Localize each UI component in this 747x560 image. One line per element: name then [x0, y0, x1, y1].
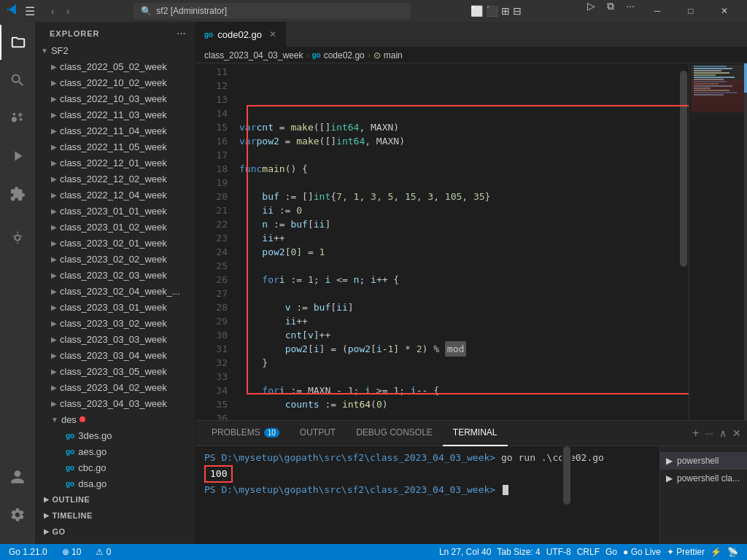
accounts-icon[interactable]	[0, 459, 35, 494]
sidebar-item-12[interactable]: ▶class_2023_02_02_week	[35, 251, 195, 267]
terminal-tab[interactable]: TERMINAL	[443, 421, 508, 446]
more-actions-icon[interactable]: ···	[620, 0, 640, 22]
shell-item-1[interactable]: ▶ powershell	[660, 452, 747, 470]
code-scrollbar-thumb[interactable]	[680, 71, 687, 267]
code-content[interactable]: var cnt = make([]int64, MAXN)var pow2 = …	[233, 63, 689, 420]
status-cursor[interactable]: Ln 27, Col 40	[436, 547, 494, 557]
line-ending-label: CRLF	[577, 547, 600, 557]
sidebar-item-15[interactable]: ▶class_2023_03_01_week	[35, 299, 195, 315]
sidebar-more-icon[interactable]: ···	[177, 29, 186, 38]
sidebar-item-1[interactable]: ▶class_2022_10_02_week	[35, 74, 195, 90]
folder-arrow-2: ▶	[51, 95, 57, 103]
terminal-label: TERMINAL	[453, 427, 498, 438]
sidebar-item-13[interactable]: ▶class_2023_02_03_week	[35, 267, 195, 283]
close-button[interactable]: ✕	[708, 0, 741, 22]
search-bar[interactable]: 🔍 sf2 [Administrator]	[133, 3, 411, 19]
layout-icon-4[interactable]: ⊟	[513, 5, 522, 17]
layout-icon-3[interactable]: ⊞	[501, 5, 510, 17]
sidebar-item-10[interactable]: ▶class_2023_01_02_week	[35, 219, 195, 235]
sidebar-item-18[interactable]: ▶class_2023_03_04_week	[35, 347, 195, 363]
breadcrumb-folder[interactable]: class_2023_04_03_week	[204, 50, 303, 61]
terminal-content[interactable]: PS D:\mysetup\gopath\src\sf2\class_2023_…	[196, 446, 659, 544]
sidebar-item-2[interactable]: ▶class_2022_10_03_week	[35, 90, 195, 106]
sidebar-item-20[interactable]: ▶class_2023_04_02_week	[35, 379, 195, 395]
sidebar-item-7[interactable]: ▶class_2022_12_02_week	[35, 171, 195, 187]
sidebar-item-4[interactable]: ▶class_2022_11_04_week	[35, 122, 195, 139]
sidebar-item-3[interactable]: ▶class_2022_11_03_week	[35, 106, 195, 122]
panel-close-icon[interactable]: ✕	[732, 427, 741, 439]
problems-tab[interactable]: PROBLEMS 10	[201, 421, 290, 446]
sidebar-file-cbc.go[interactable]: gocbc.go	[35, 459, 195, 475]
sidebar-item-5[interactable]: ▶class_2022_11_05_week	[35, 139, 195, 155]
minimize-button[interactable]: ─	[640, 0, 674, 22]
status-encoding[interactable]: UTF-8	[543, 547, 574, 557]
output-tab[interactable]: OUTPUT	[290, 421, 346, 446]
tab-close-icon[interactable]: ✕	[269, 29, 276, 39]
panel-more-icon[interactable]: ···	[705, 427, 713, 439]
search-icon[interactable]	[0, 63, 35, 98]
minimap[interactable]	[689, 63, 747, 420]
outline-section[interactable]: ▶ OUTLINE	[35, 491, 195, 508]
panel-add-icon[interactable]: +	[692, 427, 699, 440]
timeline-section[interactable]: ▶ TIMELINE	[35, 508, 195, 524]
test-icon[interactable]	[0, 220, 35, 255]
sidebar-item-0[interactable]: ▶class_2022_05_02_week	[35, 58, 195, 74]
maximize-button[interactable]: □	[674, 0, 708, 22]
breadcrumb-file[interactable]: code02.go	[324, 50, 365, 61]
status-errors[interactable]: ⊗ 10	[59, 547, 85, 557]
status-go-live[interactable]: ● Go Live	[620, 547, 664, 557]
sidebar-item-14[interactable]: ▶class_2023_02_04_week_...	[35, 283, 195, 299]
status-warnings[interactable]: ⚠ 0	[93, 547, 114, 557]
folder-arrow-12: ▶	[51, 255, 57, 263]
split-editor-icon[interactable]: ⧉	[601, 0, 620, 22]
status-go-version[interactable]: Go 1.21.0	[6, 547, 50, 557]
sidebar-item-6[interactable]: ▶class_2022_12_01_week	[35, 155, 195, 171]
breadcrumb-symbol[interactable]: main	[384, 50, 403, 61]
run-debug-icon[interactable]	[0, 139, 35, 174]
terminal-scrollbar[interactable]	[562, 446, 572, 544]
status-language[interactable]: Go	[603, 547, 620, 557]
terminal-line-3: PS D:\mysetup\gopath\src\sf2\class_2023_…	[204, 483, 651, 497]
sidebar-file-aes.go[interactable]: goaes.go	[35, 443, 195, 459]
sidebar-item-21[interactable]: ▶class_2023_04_03_week	[35, 395, 195, 411]
timeline-arrow: ▶	[44, 512, 50, 519]
source-control-icon[interactable]	[0, 101, 35, 136]
folder-label-12: class_2023_02_02_week	[60, 254, 167, 265]
code-editor[interactable]: 1112131415161718192021222324252627282930…	[196, 63, 747, 420]
go-section[interactable]: ▶ GO	[35, 524, 195, 540]
status-tab-size[interactable]: Tab Size: 4	[494, 547, 543, 557]
status-line-ending[interactable]: CRLF	[574, 547, 603, 557]
sidebar-item-8[interactable]: ▶class_2022_12_04_week	[35, 187, 195, 203]
debug-console-tab[interactable]: DEBUG CONSOLE	[346, 421, 443, 446]
status-prettier[interactable]: ✦ Prettier	[664, 547, 708, 557]
explorer-icon[interactable]	[0, 25, 35, 60]
nav-forward-button[interactable]: ›	[62, 4, 74, 18]
sidebar-item-des[interactable]: ▼ des	[35, 411, 195, 427]
menu-icon[interactable]: ☰	[25, 4, 35, 18]
status-remote[interactable]: ⚡	[708, 547, 724, 557]
sidebar-file-3des.go[interactable]: go3des.go	[35, 427, 195, 443]
shell-item-2[interactable]: ▶ powershell cla...	[660, 470, 747, 487]
settings-icon[interactable]	[0, 497, 35, 532]
status-broadcast[interactable]: 📡	[724, 547, 741, 557]
sidebar-item-17[interactable]: ▶class_2023_03_03_week	[35, 331, 195, 347]
sidebar-item-19[interactable]: ▶class_2023_03_05_week	[35, 363, 195, 379]
sidebar-item-11[interactable]: ▶class_2023_02_01_week	[35, 235, 195, 251]
extensions-icon[interactable]	[0, 176, 35, 211]
window-controls: ▷ ⧉ ··· ─ □ ✕	[581, 0, 741, 22]
layout-icon-1[interactable]: ⬜	[471, 5, 483, 17]
panel-collapse-icon[interactable]: ∧	[719, 427, 727, 439]
tab-code02[interactable]: go code02.go ✕	[196, 22, 286, 47]
terminal-scrollbar-thumb[interactable]	[563, 446, 570, 505]
sidebar-file-dsa.go[interactable]: godsa.go	[35, 475, 195, 491]
code-scrollbar[interactable]	[678, 63, 689, 420]
shell-label-1: powershell	[677, 456, 719, 466]
sidebar-item-9[interactable]: ▶class_2023_01_01_week	[35, 203, 195, 219]
run-icon[interactable]: ▷	[581, 0, 601, 22]
folder-list: ▶class_2022_05_02_week▶class_2022_10_02_…	[35, 58, 195, 411]
nav-back-button[interactable]: ‹	[47, 4, 59, 18]
code-line-24: v := buf[ii]	[233, 300, 689, 314]
sidebar-root[interactable]: ▼ SF2	[35, 42, 195, 58]
layout-icon-2[interactable]: ⬛	[486, 5, 498, 17]
sidebar-item-16[interactable]: ▶class_2023_03_02_week	[35, 315, 195, 331]
